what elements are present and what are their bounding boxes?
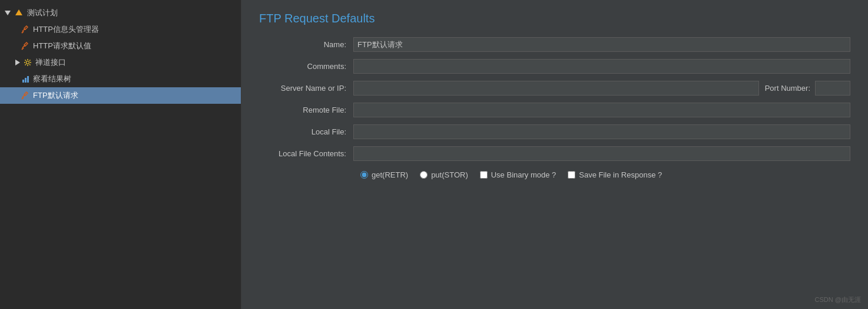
put-stor-label: put(STOR) — [431, 170, 468, 179]
wrench-icon-1 — [21, 25, 29, 34]
test-plan-icon — [14, 8, 24, 18]
save-file-checkbox[interactable] — [568, 171, 575, 179]
name-label: Name: — [259, 40, 353, 49]
wrench-icon-3 — [21, 91, 29, 100]
local-file-contents-row: Local File Contents: — [259, 146, 850, 161]
local-file-contents-label: Local File Contents: — [259, 149, 353, 158]
sidebar-root-item[interactable]: 测试计划 — [0, 5, 241, 21]
svg-line-1 — [22, 31, 24, 33]
page-title: FTP Request Defaults — [259, 12, 850, 25]
sidebar-item-label: FTP默认请求 — [33, 90, 78, 101]
sidebar-item-label: HTTP信息头管理器 — [33, 24, 99, 35]
put-stor-radio[interactable] — [420, 171, 428, 179]
use-binary-checkbox[interactable] — [480, 171, 488, 179]
local-file-contents-input[interactable] — [353, 146, 850, 161]
sidebar-item-label: HTTP请求默认值 — [33, 41, 91, 51]
svg-marker-0 — [15, 9, 22, 15]
get-retr-label: get(RETR) — [372, 170, 408, 179]
remote-file-input[interactable] — [353, 103, 850, 117]
remote-file-label: Remote File: — [259, 106, 353, 114]
collapse-arrow-icon — [15, 60, 20, 65]
main-content: FTP Request Defaults Name: Comments: Ser… — [241, 0, 868, 309]
use-binary-label: Use Binary mode ? — [491, 170, 556, 179]
local-file-row: Local File: — [259, 124, 850, 139]
comments-row: Comments: — [259, 59, 850, 74]
svg-point-3 — [26, 61, 29, 64]
svg-rect-4 — [22, 80, 24, 83]
server-label: Server Name or IP: — [259, 84, 353, 93]
sidebar-root-label: 测试计划 — [27, 8, 58, 18]
port-label: Port Number: — [765, 84, 810, 93]
port-input[interactable] — [815, 81, 850, 96]
sidebar-item-http-header[interactable]: HTTP信息头管理器 — [0, 21, 241, 38]
get-retr-radio[interactable] — [360, 171, 368, 179]
svg-line-2 — [22, 48, 24, 50]
expand-arrow-icon — [5, 11, 11, 15]
svg-rect-6 — [27, 76, 29, 83]
save-file-label: Save File in Response ? — [579, 170, 662, 179]
sidebar-item-ftp-defaults[interactable]: FTP默认请求 — [0, 87, 241, 104]
put-stor-option[interactable]: put(STOR) — [420, 170, 468, 179]
remote-file-row: Remote File: — [259, 103, 850, 117]
sidebar-item-http-defaults[interactable]: HTTP请求默认值 — [0, 38, 241, 54]
sidebar-item-label: 察看结果树 — [33, 74, 71, 84]
local-file-label: Local File: — [259, 127, 353, 136]
sidebar-item-label: 禅道接口 — [35, 57, 66, 68]
use-binary-option[interactable]: Use Binary mode ? — [480, 170, 556, 179]
svg-rect-5 — [25, 78, 26, 83]
chart-icon — [21, 75, 29, 83]
save-file-option[interactable]: Save File in Response ? — [568, 170, 662, 179]
wrench-icon-2 — [21, 42, 29, 50]
server-input-group: Port Number: — [353, 81, 850, 96]
sidebar-item-zen-api[interactable]: 禅道接口 — [0, 54, 241, 71]
name-input[interactable] — [353, 37, 850, 52]
sidebar: 测试计划 HTTP信息头管理器 HTTP请求默认值 禅道接口 察看结果树 — [0, 0, 241, 309]
server-row: Server Name or IP: Port Number: — [259, 81, 850, 96]
svg-line-7 — [22, 97, 24, 99]
gear-icon — [24, 58, 32, 67]
local-file-input[interactable] — [353, 124, 850, 139]
sidebar-item-result-tree[interactable]: 察看结果树 — [0, 71, 241, 87]
name-row: Name: — [259, 37, 850, 52]
watermark: CSDN @由无涯 — [815, 295, 861, 304]
get-retr-option[interactable]: get(RETR) — [360, 170, 408, 179]
server-input[interactable] — [353, 81, 759, 96]
comments-label: Comments: — [259, 62, 353, 71]
options-row: get(RETR) put(STOR) Use Binary mode ? Sa… — [259, 170, 850, 179]
comments-input[interactable] — [353, 59, 850, 74]
